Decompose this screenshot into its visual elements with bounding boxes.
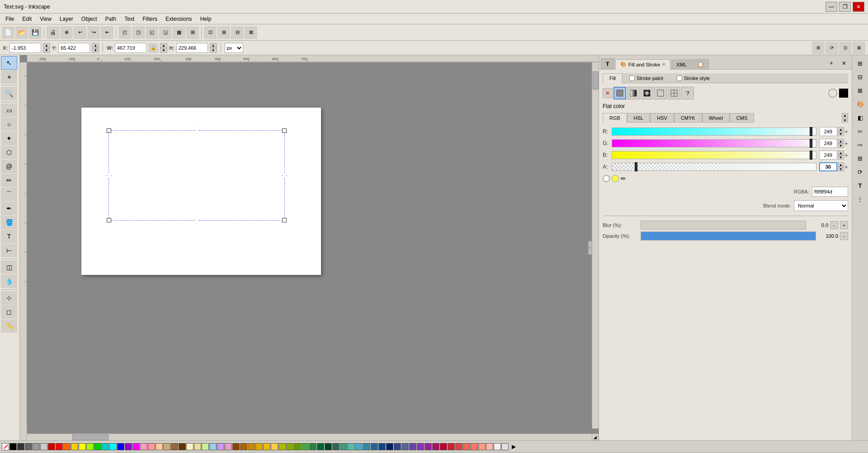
g-plus[interactable]: + — [844, 140, 848, 147]
swatch-i5[interactable] — [471, 443, 478, 450]
b-slider[interactable] — [612, 151, 816, 159]
swatch-h1[interactable] — [371, 443, 378, 450]
r-slider[interactable] — [612, 127, 816, 136]
blur-minus[interactable]: - — [830, 221, 838, 229]
color-circle1[interactable] — [603, 175, 610, 182]
swatch-e3[interactable] — [202, 443, 209, 450]
h-down[interactable]: ▼ — [210, 48, 217, 53]
handle-tl[interactable] — [107, 128, 111, 133]
swatch-blue[interactable] — [117, 443, 124, 450]
menu-edit[interactable]: Edit — [19, 15, 35, 23]
handle-tr[interactable] — [282, 128, 287, 133]
fill-tab[interactable]: Fill — [603, 73, 623, 83]
tool-select[interactable]: ↖ — [1, 56, 17, 70]
w-down[interactable]: ▼ — [160, 48, 167, 53]
a-thumb[interactable] — [635, 162, 637, 171]
r-up[interactable]: ▲ — [838, 127, 844, 132]
menu-path[interactable]: Path — [102, 15, 120, 23]
swatch-i4[interactable] — [463, 443, 470, 450]
swatch-orange[interactable] — [63, 443, 71, 450]
align-tr[interactable]: ◳ — [132, 26, 145, 39]
swatch-darkgray[interactable] — [17, 443, 24, 450]
swatch-f6[interactable] — [271, 443, 278, 450]
swatch-teal[interactable] — [102, 443, 109, 450]
transform-btn3[interactable]: ⊡ — [839, 42, 852, 54]
swatch-tan[interactable] — [163, 443, 170, 450]
a-slider[interactable] — [612, 163, 816, 171]
swatch-pink[interactable] — [140, 443, 147, 450]
swatch-g3[interactable] — [317, 443, 324, 450]
tab-fill-stroke[interactable]: 🎨 Fill and Stroke ✕ — [615, 59, 670, 70]
y-down[interactable]: ▼ — [92, 48, 99, 53]
b-thumb[interactable] — [810, 151, 812, 160]
b-up[interactable]: ▲ — [838, 151, 844, 155]
x-input[interactable] — [9, 43, 41, 53]
swatch-f7[interactable] — [278, 443, 286, 450]
color-radial-btn[interactable] — [641, 87, 653, 99]
ri-palette[interactable]: ◧ — [854, 111, 867, 124]
swatch-g6[interactable] — [340, 443, 347, 450]
g-input[interactable] — [819, 139, 837, 148]
menu-view[interactable]: View — [36, 15, 55, 23]
menu-text[interactable]: Text — [121, 15, 138, 23]
color-mesh-btn[interactable] — [668, 87, 680, 99]
tool-eraser[interactable]: ◻ — [1, 305, 17, 319]
menu-layer[interactable]: Layer — [56, 15, 77, 23]
swatch-red2[interactable] — [56, 443, 63, 450]
tool-pencil[interactable]: ✏ — [1, 174, 17, 187]
tb-snap3[interactable]: ⊟ — [231, 26, 244, 39]
swatch-h7[interactable] — [417, 443, 424, 450]
swatch-f3[interactable] — [248, 443, 255, 450]
tool-zoom[interactable]: 🔍 — [1, 87, 17, 100]
stroke-style-tab[interactable]: Stroke style — [670, 73, 717, 83]
ri-more[interactable]: ⋮ — [854, 193, 867, 205]
ri-align[interactable]: ⊞ — [854, 152, 867, 165]
selected-rectangle[interactable] — [108, 130, 285, 221]
menu-object[interactable]: Object — [78, 15, 101, 23]
swatch-g9[interactable] — [363, 443, 370, 450]
swatch-i3[interactable] — [455, 443, 462, 450]
swatch-h4[interactable] — [394, 443, 401, 450]
swatch-yellow2[interactable] — [79, 443, 86, 450]
tool-text[interactable]: T — [1, 230, 17, 243]
tool-node[interactable]: ⋄ — [1, 70, 17, 84]
tool-circle[interactable]: ○ — [1, 118, 17, 131]
opacity-minus[interactable]: - — [840, 232, 848, 240]
swatch-h8[interactable] — [425, 443, 432, 450]
swatch-red[interactable] — [48, 443, 55, 450]
r-thumb[interactable] — [810, 127, 812, 136]
open-button[interactable]: 📂 — [15, 26, 28, 39]
opacity-slider[interactable] — [641, 231, 816, 241]
ri-text[interactable]: T — [854, 179, 867, 192]
a-input[interactable] — [819, 162, 837, 171]
g-up[interactable]: ▲ — [838, 139, 844, 143]
swatch-f5[interactable] — [263, 443, 270, 450]
tool-dropper[interactable]: 💧 — [1, 274, 17, 288]
swatch-lightgray[interactable] — [33, 443, 40, 450]
b-input[interactable] — [819, 151, 837, 160]
canvas-area[interactable]: -200 -100 0 100 200 300 400 500 600 700 — [20, 55, 599, 440]
g-slider[interactable] — [612, 139, 816, 147]
maximize-button[interactable]: ❐ — [839, 2, 851, 12]
no-color-swatch[interactable] — [2, 443, 9, 450]
swatch-salmon[interactable] — [148, 443, 155, 450]
swatch-i9[interactable] — [501, 443, 509, 450]
tb-snap2[interactable]: ⊞ — [217, 26, 230, 39]
swatch-e6[interactable] — [225, 443, 232, 450]
color-circle2[interactable] — [612, 175, 619, 182]
swatch-h9[interactable] — [432, 443, 439, 450]
x-up[interactable]: ▲ — [43, 43, 50, 48]
swatch-purple[interactable] — [125, 443, 132, 450]
swatch-lime[interactable] — [86, 443, 94, 450]
a-plus[interactable]: + — [844, 163, 848, 170]
w-input[interactable] — [115, 43, 146, 53]
b-down[interactable]: ▼ — [838, 155, 844, 160]
new-button[interactable]: 📄 — [2, 26, 14, 39]
transform-btn1[interactable]: ⊞ — [812, 42, 825, 54]
save-button[interactable]: 💾 — [29, 26, 42, 39]
tool-spray[interactable]: ⊹ — [1, 291, 17, 305]
swatch-e2[interactable] — [194, 443, 201, 450]
y-up[interactable]: ▲ — [92, 43, 99, 48]
hsv-tab[interactable]: HSV — [650, 113, 674, 123]
swatch-e4[interactable] — [209, 443, 217, 450]
